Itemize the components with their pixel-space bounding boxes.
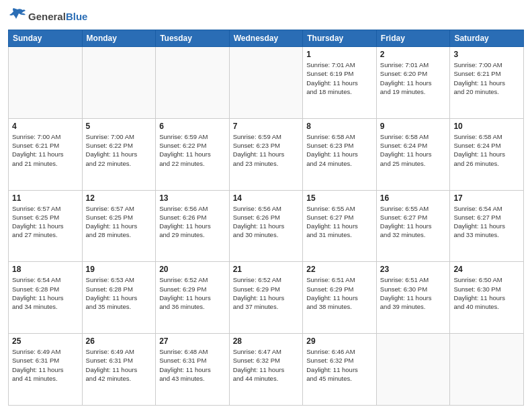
day-info: Sunrise: 6:59 AM Sunset: 6:23 PM Dayligh… <box>233 132 300 168</box>
calendar-day-cell: 26Sunrise: 6:49 AM Sunset: 6:31 PM Dayli… <box>82 334 156 406</box>
calendar-day-cell <box>229 47 303 119</box>
day-number: 1 <box>306 50 373 59</box>
day-number: 11 <box>12 193 79 203</box>
calendar-day-cell <box>450 334 524 406</box>
calendar-day-cell: 20Sunrise: 6:52 AM Sunset: 6:29 PM Dayli… <box>156 262 230 334</box>
day-number: 27 <box>159 336 226 346</box>
day-info: Sunrise: 7:00 AM Sunset: 6:22 PM Dayligh… <box>86 132 152 168</box>
day-info: Sunrise: 6:54 AM Sunset: 6:28 PM Dayligh… <box>12 275 79 311</box>
calendar-table: SundayMondayTuesdayWednesdayThursdayFrid… <box>8 30 524 406</box>
day-number: 16 <box>380 193 447 203</box>
day-number: 8 <box>306 122 373 131</box>
logo-wordmark: GeneralBlue <box>8 7 87 26</box>
calendar-day-cell: 21Sunrise: 6:52 AM Sunset: 6:29 PM Dayli… <box>229 262 303 334</box>
calendar-day-cell: 27Sunrise: 6:48 AM Sunset: 6:31 PM Dayli… <box>156 334 230 406</box>
calendar-day-cell: 28Sunrise: 6:47 AM Sunset: 6:32 PM Dayli… <box>229 334 303 406</box>
day-info: Sunrise: 6:58 AM Sunset: 6:24 PM Dayligh… <box>380 132 447 168</box>
day-info: Sunrise: 6:46 AM Sunset: 6:32 PM Dayligh… <box>306 347 373 383</box>
day-info: Sunrise: 6:52 AM Sunset: 6:29 PM Dayligh… <box>233 275 300 311</box>
day-info: Sunrise: 6:52 AM Sunset: 6:29 PM Dayligh… <box>159 275 226 311</box>
day-info: Sunrise: 6:59 AM Sunset: 6:22 PM Dayligh… <box>159 132 226 168</box>
day-number: 3 <box>453 50 520 59</box>
calendar-day-cell <box>82 47 156 119</box>
calendar-day-cell: 4Sunrise: 7:00 AM Sunset: 6:21 PM Daylig… <box>9 118 83 190</box>
calendar-day-cell: 15Sunrise: 6:55 AM Sunset: 6:27 PM Dayli… <box>303 190 377 262</box>
day-info: Sunrise: 6:58 AM Sunset: 6:24 PM Dayligh… <box>453 132 520 168</box>
logo: GeneralBlue <box>8 7 87 26</box>
day-info: Sunrise: 6:48 AM Sunset: 6:31 PM Dayligh… <box>159 347 226 383</box>
calendar-header-row: SundayMondayTuesdayWednesdayThursdayFrid… <box>9 30 524 47</box>
day-info: Sunrise: 6:47 AM Sunset: 6:32 PM Dayligh… <box>233 347 300 383</box>
calendar-day-cell: 12Sunrise: 6:57 AM Sunset: 6:25 PM Dayli… <box>82 190 156 262</box>
calendar-day-cell: 19Sunrise: 6:53 AM Sunset: 6:28 PM Dayli… <box>82 262 156 334</box>
calendar-day-cell <box>9 47 83 119</box>
calendar-day-cell: 10Sunrise: 6:58 AM Sunset: 6:24 PM Dayli… <box>450 118 524 190</box>
day-number: 24 <box>453 265 520 274</box>
page: GeneralBlue SundayMondayTuesdayWednesday… <box>0 0 532 411</box>
calendar-day-cell: 8Sunrise: 6:58 AM Sunset: 6:23 PM Daylig… <box>303 118 377 190</box>
day-info: Sunrise: 6:55 AM Sunset: 6:27 PM Dayligh… <box>380 204 447 240</box>
calendar-day-cell: 17Sunrise: 6:54 AM Sunset: 6:27 PM Dayli… <box>450 190 524 262</box>
calendar-day-cell: 18Sunrise: 6:54 AM Sunset: 6:28 PM Dayli… <box>9 262 83 334</box>
day-info: Sunrise: 6:58 AM Sunset: 6:23 PM Dayligh… <box>306 132 373 168</box>
calendar-day-cell: 5Sunrise: 7:00 AM Sunset: 6:22 PM Daylig… <box>82 118 156 190</box>
day-number: 14 <box>233 193 300 203</box>
day-number: 7 <box>233 122 300 131</box>
day-number: 17 <box>453 193 520 203</box>
calendar-day-cell: 11Sunrise: 6:57 AM Sunset: 6:25 PM Dayli… <box>9 190 83 262</box>
calendar-day-cell: 3Sunrise: 7:00 AM Sunset: 6:21 PM Daylig… <box>450 47 524 119</box>
day-of-week-header: Thursday <box>303 30 377 47</box>
day-info: Sunrise: 7:01 AM Sunset: 6:19 PM Dayligh… <box>306 60 373 96</box>
day-number: 18 <box>12 265 79 274</box>
day-number: 6 <box>159 122 226 131</box>
day-number: 21 <box>233 265 300 274</box>
calendar-week-row: 11Sunrise: 6:57 AM Sunset: 6:25 PM Dayli… <box>9 190 524 262</box>
day-of-week-header: Sunday <box>9 30 83 47</box>
calendar-day-cell: 22Sunrise: 6:51 AM Sunset: 6:29 PM Dayli… <box>303 262 377 334</box>
day-info: Sunrise: 7:00 AM Sunset: 6:21 PM Dayligh… <box>453 60 520 96</box>
calendar-day-cell <box>376 334 450 406</box>
day-info: Sunrise: 6:51 AM Sunset: 6:29 PM Dayligh… <box>306 275 373 311</box>
calendar-day-cell: 14Sunrise: 6:56 AM Sunset: 6:26 PM Dayli… <box>229 190 303 262</box>
calendar-day-cell: 25Sunrise: 6:49 AM Sunset: 6:31 PM Dayli… <box>9 334 83 406</box>
day-number: 29 <box>306 336 373 346</box>
day-info: Sunrise: 6:55 AM Sunset: 6:27 PM Dayligh… <box>306 204 373 240</box>
calendar-day-cell: 16Sunrise: 6:55 AM Sunset: 6:27 PM Dayli… <box>376 190 450 262</box>
day-info: Sunrise: 6:51 AM Sunset: 6:30 PM Dayligh… <box>380 275 447 311</box>
calendar-day-cell: 29Sunrise: 6:46 AM Sunset: 6:32 PM Dayli… <box>303 334 377 406</box>
day-info: Sunrise: 6:57 AM Sunset: 6:25 PM Dayligh… <box>12 204 79 240</box>
calendar-week-row: 1Sunrise: 7:01 AM Sunset: 6:19 PM Daylig… <box>9 47 524 119</box>
day-info: Sunrise: 6:54 AM Sunset: 6:27 PM Dayligh… <box>453 204 520 240</box>
calendar-day-cell: 7Sunrise: 6:59 AM Sunset: 6:23 PM Daylig… <box>229 118 303 190</box>
day-info: Sunrise: 7:00 AM Sunset: 6:21 PM Dayligh… <box>12 132 79 168</box>
day-number: 15 <box>306 193 373 203</box>
day-number: 25 <box>12 336 79 346</box>
logo-bird-icon <box>8 7 27 26</box>
day-number: 9 <box>380 122 447 131</box>
day-number: 23 <box>380 265 447 274</box>
header: GeneralBlue <box>8 7 524 26</box>
day-number: 2 <box>380 50 447 59</box>
calendar-day-cell: 13Sunrise: 6:56 AM Sunset: 6:26 PM Dayli… <box>156 190 230 262</box>
day-info: Sunrise: 6:56 AM Sunset: 6:26 PM Dayligh… <box>159 204 226 240</box>
day-info: Sunrise: 6:53 AM Sunset: 6:28 PM Dayligh… <box>86 275 152 311</box>
day-number: 5 <box>86 122 152 131</box>
day-info: Sunrise: 6:49 AM Sunset: 6:31 PM Dayligh… <box>86 347 152 383</box>
day-number: 12 <box>86 193 152 203</box>
day-number: 13 <box>159 193 226 203</box>
day-number: 22 <box>306 265 373 274</box>
day-info: Sunrise: 7:01 AM Sunset: 6:20 PM Dayligh… <box>380 60 447 96</box>
calendar-day-cell: 23Sunrise: 6:51 AM Sunset: 6:30 PM Dayli… <box>376 262 450 334</box>
day-number: 19 <box>86 265 152 274</box>
day-of-week-header: Friday <box>376 30 450 47</box>
calendar-day-cell: 1Sunrise: 7:01 AM Sunset: 6:19 PM Daylig… <box>303 47 377 119</box>
day-number: 26 <box>86 336 152 346</box>
day-info: Sunrise: 6:49 AM Sunset: 6:31 PM Dayligh… <box>12 347 79 383</box>
day-info: Sunrise: 6:57 AM Sunset: 6:25 PM Dayligh… <box>86 204 152 240</box>
calendar-week-row: 25Sunrise: 6:49 AM Sunset: 6:31 PM Dayli… <box>9 334 524 406</box>
calendar-day-cell: 9Sunrise: 6:58 AM Sunset: 6:24 PM Daylig… <box>376 118 450 190</box>
day-of-week-header: Monday <box>82 30 156 47</box>
calendar-day-cell <box>156 47 230 119</box>
day-number: 4 <box>12 122 79 131</box>
day-of-week-header: Saturday <box>450 30 524 47</box>
